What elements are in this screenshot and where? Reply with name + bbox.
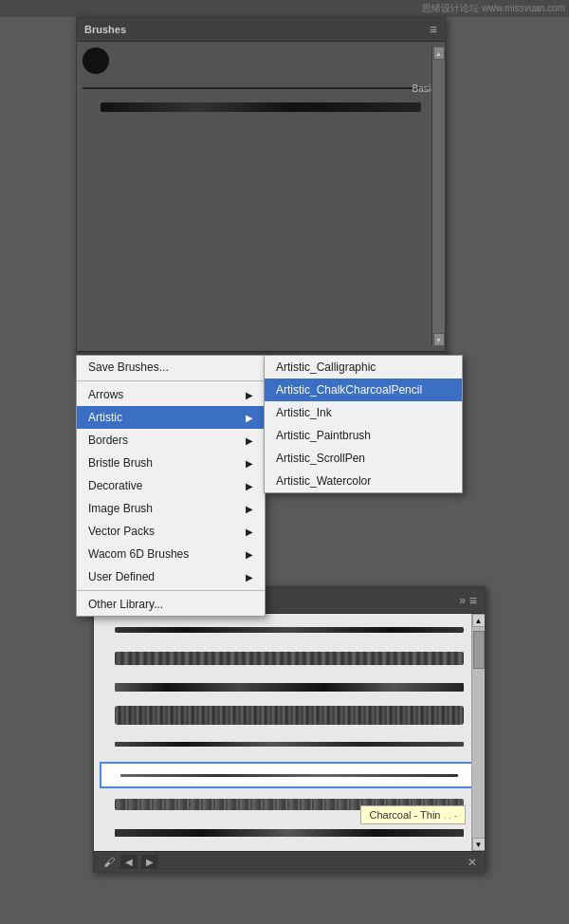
brush-stroke-3 [115,683,464,692]
menu-arrows-arrow: ▶ [246,390,253,400]
submenu-watercolor[interactable]: Artistic_Watercolor [265,470,462,492]
brushes-scrollbar[interactable]: ▲ ▼ [431,46,445,346]
brush-stroke-basic[interactable]: Basic [83,80,439,97]
brush-row-1[interactable] [100,619,479,640]
stroke-line-thin [83,87,439,89]
menu-user-defined-arrow: ▶ [246,572,253,582]
menu-wacom-arrow: ▶ [246,549,253,560]
brush-row-2[interactable] [100,648,479,669]
submenu-artistic: Artistic_Calligraphic Artistic_ChalkChar… [264,355,463,493]
library-content: Charcoal - Thin . . - ▲ ▼ [94,614,485,851]
library-next-button[interactable]: ▶ [141,855,158,869]
scroll-down-arrow[interactable]: ▼ [433,333,445,346]
menu-other-library[interactable]: Other Library... [77,593,265,616]
brush-row-8[interactable] [100,822,479,843]
brush-stroke-thick-container [83,102,439,112]
menu-bristle-brush[interactable]: Bristle Brush ▶ [77,452,265,474]
library-bottom-bar: 🖌 ◀ ▶ ✕ [94,851,485,872]
library-icon-left[interactable]: 🖌 [101,856,117,869]
brush-stroke-2 [115,652,464,665]
brush-stroke-8 [115,829,464,837]
menu-image-brush[interactable]: Image Brush ▶ [77,497,265,520]
brush-preview-area: Basic [77,42,445,351]
brush-library-panel: ✕ Artistic_ChalkCharcoalPencil » ≡ [93,586,486,873]
menu-wacom[interactable]: Wacom 6D Brushes ▶ [77,543,265,565]
library-close-button[interactable]: ✕ [468,856,477,869]
library-scroll-down[interactable]: ▼ [472,838,486,851]
menu-save-brushes[interactable]: Save Brushes... [77,356,265,379]
submenu-calligraphic[interactable]: Artistic_Calligraphic [265,356,462,379]
menu-vector-packs[interactable]: Vector Packs ▶ [77,520,265,543]
menu-user-defined[interactable]: User Defined ▶ [77,565,265,588]
library-prev-button[interactable]: ◀ [120,855,138,869]
brush-empty-area [83,118,439,345]
library-menu-icon[interactable]: ≡ [469,593,477,608]
watermark: 思绪设计论坛 www.missvuan.com [0,0,569,17]
tooltip-dots: . . - [444,810,457,821]
brush-stroke-selected [120,774,458,777]
menu-divider-2 [77,590,265,591]
brush-row-selected[interactable] [100,762,479,788]
menu-image-brush-arrow: ▶ [246,504,253,514]
brush-tooltip: Charcoal - Thin . . - [360,805,466,824]
brush-row-4[interactable] [100,705,479,726]
menu-decorative[interactable]: Decorative ▶ [77,474,265,497]
scroll-up-arrow[interactable]: ▲ [433,46,445,60]
brush-circle-preview [83,47,109,74]
menu-vector-packs-arrow: ▶ [246,527,253,537]
brush-row-5[interactable] [100,733,479,754]
brushes-panel: Brushes ≡ Basic ▲ ▼ 🖌 📋 ✖ ⬜ 🗑 [76,17,446,372]
menu-arrows[interactable]: Arrows ▶ [77,383,265,406]
menu-divider-1 [77,380,265,381]
menu-artistic[interactable]: Artistic ▶ [77,406,265,429]
menu-borders[interactable]: Borders ▶ [77,429,265,452]
menu-borders-arrow: ▶ [246,435,253,446]
brush-row-3[interactable] [100,676,479,697]
menu-decorative-arrow: ▶ [246,481,253,491]
brush-stroke-thick [101,102,421,112]
library-scroll-up[interactable]: ▲ [472,614,486,627]
submenu-ink[interactable]: Artistic_Ink [265,401,462,424]
submenu-chalk-charcoal[interactable]: Artistic_ChalkCharcoalPencil [265,379,462,401]
library-titlebar-controls: » ≡ [459,593,477,608]
submenu-scroll-pen[interactable]: Artistic_ScrollPen [265,447,462,470]
context-menu: Save Brushes... Arrows ▶ Artistic ▶ Bord… [76,355,266,617]
brush-stroke-5 [115,742,464,747]
menu-artistic-arrow: ▶ [246,413,253,423]
brushes-menu-icon[interactable]: ≡ [430,22,437,37]
brushes-titlebar: Brushes ≡ [77,18,445,42]
menu-bristle-arrow: ▶ [246,458,253,469]
library-double-arrow[interactable]: » [459,594,466,607]
library-scrollbar[interactable]: ▲ ▼ [471,614,485,851]
library-scroll-thumb[interactable] [473,631,485,669]
brush-stroke-4 [115,706,464,725]
brushes-title: Brushes [84,24,126,35]
submenu-paintbrush[interactable]: Artistic_Paintbrush [265,424,462,447]
brush-stroke-1 [115,627,464,633]
